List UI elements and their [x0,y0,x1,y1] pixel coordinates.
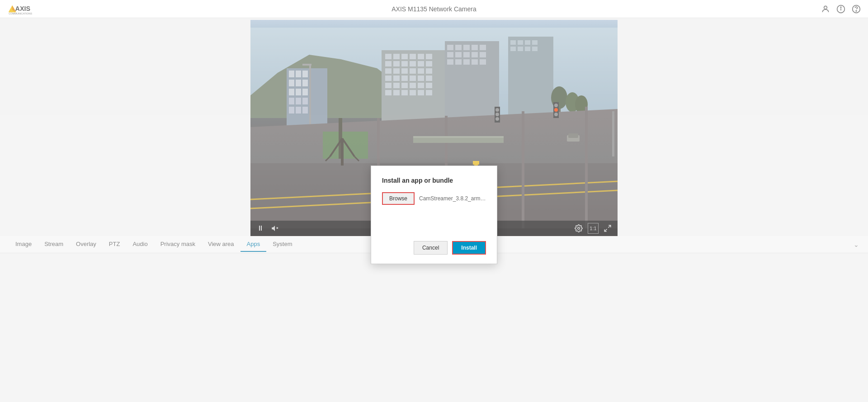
modal-title: Install an app or bundle [382,177,486,184]
modal-spacer [382,214,486,236]
install-button[interactable]: Install [452,241,486,255]
modal-overlay: Install an app or bundle Browse CamStrea… [0,0,868,402]
install-modal: Install an app or bundle Browse CamStrea… [371,166,497,264]
modal-actions: Cancel Install [382,241,486,255]
cancel-button[interactable]: Cancel [414,241,448,255]
modal-file-row: Browse CamStreamer_3.8.2_armv7hf.eap [382,192,486,205]
file-name-label: CamStreamer_3.8.2_armv7hf.eap [419,195,486,202]
browse-button[interactable]: Browse [382,192,415,205]
